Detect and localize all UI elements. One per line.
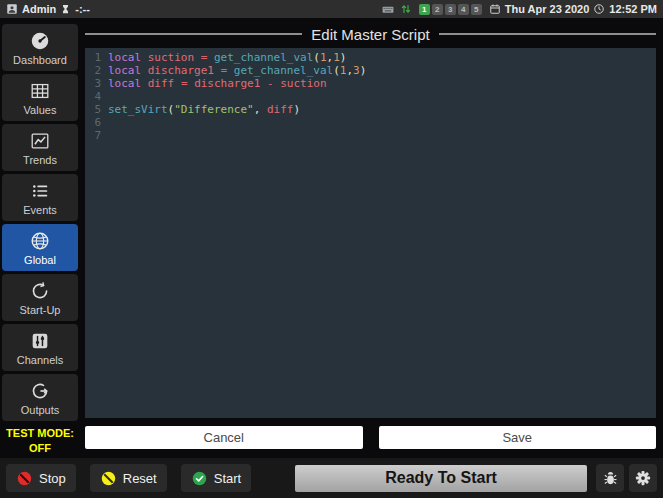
bottom-control-bar: Stop Reset Start Ready To Start (0, 458, 663, 498)
sidebar-item-label: Outputs (21, 404, 60, 416)
status-text: Ready To Start (385, 469, 497, 487)
channel-indicator-2: 2 (432, 4, 443, 15)
line-number: 5 (85, 103, 108, 116)
updown-arrows-icon (400, 3, 412, 15)
control-button-label: Stop (39, 471, 66, 486)
control-button-label: Reset (123, 471, 157, 486)
hourglass-icon (60, 3, 71, 15)
tool-buttons (596, 464, 657, 492)
code-line[interactable]: 3 local diff = discharge1 - suction (85, 77, 656, 90)
header-rule-right (439, 33, 656, 35)
gear-button[interactable] (629, 464, 657, 492)
output-icon (29, 380, 51, 402)
globe-icon (29, 230, 51, 252)
cancel-button[interactable]: Cancel (85, 426, 363, 449)
keyboard-icon (380, 3, 396, 16)
line-number: 6 (85, 116, 108, 129)
table-icon (29, 80, 51, 102)
code-line[interactable]: 1 local suction = get_channel_val(1,1) (85, 51, 656, 64)
time-label: 12:52 PM (609, 3, 657, 15)
reset-button[interactable]: Reset (90, 464, 167, 492)
sidebar-item-outputs[interactable]: Outputs (2, 374, 78, 421)
code-text: local diff = discharge1 - suction (108, 77, 327, 90)
sidebar-item-label: Global (24, 254, 56, 266)
sidebar-item-label: Dashboard (13, 54, 67, 66)
stop-button[interactable]: Stop (6, 464, 76, 492)
code-line[interactable]: 5 set_sVirt("Difference", diff) (85, 103, 656, 116)
logged-in-user: Admin (22, 3, 56, 15)
sidebar-item-global[interactable]: Global (2, 224, 78, 271)
code-line[interactable]: 7 (85, 129, 656, 142)
code-line[interactable]: 6 (85, 116, 656, 129)
start-button[interactable]: Start (181, 464, 251, 492)
gear-icon (634, 469, 652, 487)
sidebar-item-events[interactable]: Events (2, 174, 78, 221)
sidebar-item-label: Start-Up (20, 304, 61, 316)
clock-icon (593, 3, 605, 15)
panel-header: Edit Master Script (85, 23, 656, 45)
save-button[interactable]: Save (379, 426, 657, 449)
channel-indicator-1: 1 (419, 4, 430, 15)
channel-indicators: 12345 (419, 4, 482, 15)
sidebar-item-label: Channels (17, 354, 63, 366)
sidebar-item-values[interactable]: Values (2, 74, 78, 121)
test-mode-label: TEST MODE: (6, 426, 74, 441)
elapsed-timer: -:-- (75, 3, 90, 15)
control-button-label: Start (214, 471, 241, 486)
sidebar-item-label: Events (23, 204, 57, 216)
dialog-actions: Cancel Save (85, 426, 656, 449)
panel-title: Edit Master Script (311, 26, 429, 43)
start-icon (191, 470, 208, 487)
code-area: 1 local suction = get_channel_val(1,1) 2… (85, 51, 656, 142)
sliders-icon (29, 330, 51, 352)
test-mode-value: OFF (6, 441, 74, 456)
user-icon (6, 3, 18, 15)
code-text: local suction = get_channel_val(1,1) (108, 51, 346, 64)
code-text: local discharge1 = get_channel_val(1,3) (108, 64, 366, 77)
code-line[interactable]: 4 (85, 90, 656, 103)
sidebar-item-trends[interactable]: Trends (2, 124, 78, 171)
bug-icon (602, 470, 619, 487)
code-text: set_sVirt("Difference", diff) (108, 103, 300, 116)
sidebar-item-start-up[interactable]: Start-Up (2, 274, 78, 321)
sidebar-item-label: Trends (23, 154, 57, 166)
code-line[interactable]: 2 local discharge1 = get_channel_val(1,3… (85, 64, 656, 77)
line-number: 2 (85, 64, 108, 77)
channel-indicator-4: 4 (458, 4, 469, 15)
top-status-bar: Admin -:-- 12345 Thu Apr 23 2020 12:52 P… (0, 0, 663, 18)
sidebar-item-label: Values (24, 104, 57, 116)
channel-indicator-5: 5 (471, 4, 482, 15)
calendar-icon (489, 3, 501, 15)
sidebar-nav: Dashboard Values Trends Events Global St… (2, 24, 78, 424)
main-area: Dashboard Values Trends Events Global St… (0, 18, 663, 458)
list-icon (29, 180, 51, 202)
trend-chart-icon (29, 130, 51, 152)
date-label: Thu Apr 23 2020 (505, 3, 590, 15)
header-rule-left (85, 33, 302, 35)
restart-icon (29, 280, 51, 302)
status-display: Ready To Start (295, 465, 587, 492)
line-number: 3 (85, 77, 108, 90)
bug-button[interactable] (596, 464, 624, 492)
sidebar-item-channels[interactable]: Channels (2, 324, 78, 371)
gauge-icon (29, 30, 51, 52)
sidebar-item-dashboard[interactable]: Dashboard (2, 24, 78, 71)
reset-icon (100, 470, 117, 487)
line-number: 7 (85, 129, 108, 142)
sidebar: Dashboard Values Trends Events Global St… (0, 18, 80, 458)
script-editor[interactable]: 1 local suction = get_channel_val(1,1) 2… (85, 48, 656, 418)
channel-indicator-3: 3 (445, 4, 456, 15)
line-number: 1 (85, 51, 108, 64)
control-buttons: Stop Reset Start (6, 464, 251, 492)
test-mode-indicator: TEST MODE: OFF (6, 426, 74, 456)
edit-script-panel: Edit Master Script 1 local suction = get… (80, 18, 663, 458)
line-number: 4 (85, 90, 108, 103)
stop-icon (16, 470, 33, 487)
